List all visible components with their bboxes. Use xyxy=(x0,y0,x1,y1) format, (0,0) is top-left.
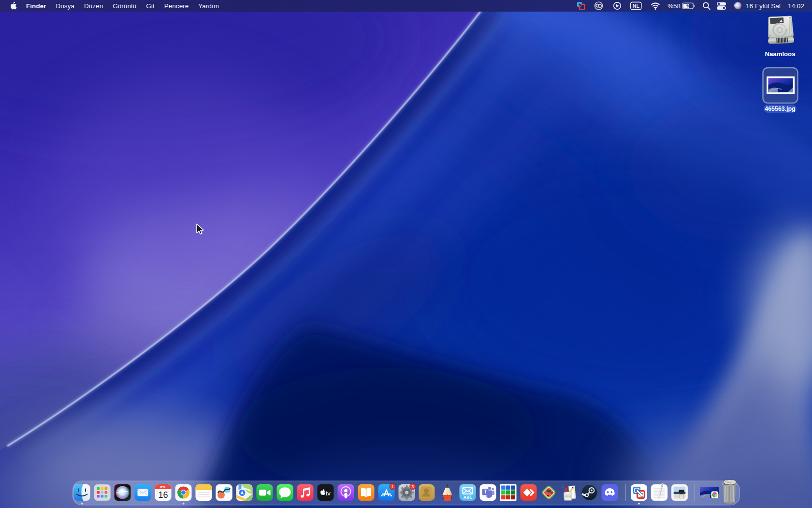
svg-text:16: 16 xyxy=(158,490,168,500)
svg-text:3: 3 xyxy=(412,484,414,489)
svg-text:tv: tv xyxy=(326,490,331,497)
svg-text:Naamloos: Naamloos xyxy=(765,50,795,58)
svg-text:EYL: EYL xyxy=(160,486,166,489)
svg-text:T: T xyxy=(484,489,487,494)
svg-text:Aol.: Aol. xyxy=(464,494,472,500)
svg-text:465563.jpg: 465563.jpg xyxy=(765,105,795,112)
svg-text:%58: %58 xyxy=(667,2,681,10)
svg-text:NL: NL xyxy=(633,3,640,9)
svg-text:1: 1 xyxy=(392,484,394,489)
